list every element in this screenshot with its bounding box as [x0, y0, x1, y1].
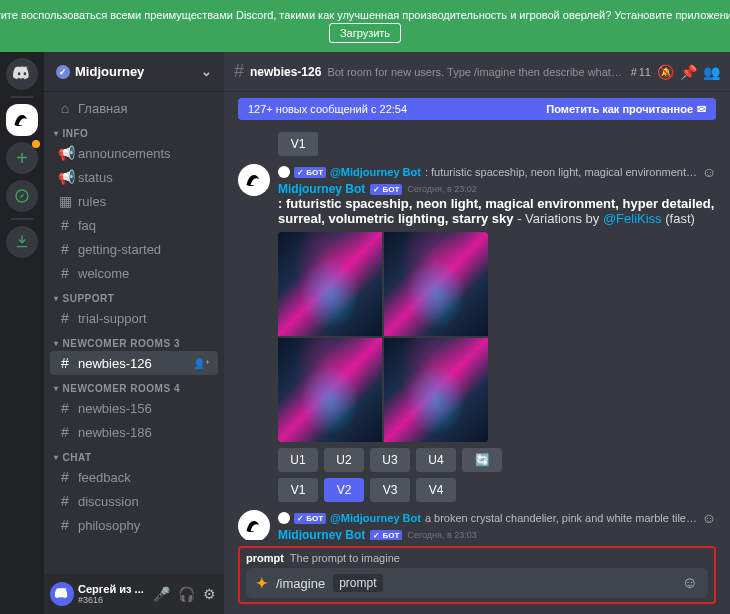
bot-badge: ✓ БОТ — [294, 167, 326, 178]
generated-image-2[interactable] — [384, 232, 488, 336]
channel-topic: Bot room for new users. Type /imagine th… — [327, 66, 624, 78]
generated-image-3[interactable] — [278, 338, 382, 442]
prompt-argument[interactable]: prompt — [333, 574, 382, 592]
channel-welcome[interactable]: #welcome — [50, 261, 218, 285]
channel-faq[interactable]: #faq — [50, 213, 218, 237]
settings-icon[interactable]: ⚙ — [201, 584, 218, 604]
chevron-down-icon: ▾ — [54, 384, 59, 393]
channel-newbies-126[interactable]: #newbies-126👤⁺ — [50, 351, 218, 375]
bot-avatar[interactable] — [238, 510, 270, 540]
image-grid[interactable] — [278, 232, 488, 442]
generated-image-1[interactable] — [278, 232, 382, 336]
category-newcomer-3[interactable]: ▾NEWCOMER ROOMS 3 — [54, 338, 218, 349]
username: Сергей из ... — [78, 583, 147, 595]
category-newcomer-4[interactable]: ▾NEWCOMER ROOMS 4 — [54, 383, 218, 394]
prompt-hint: prompt The prompt to imagine — [246, 552, 708, 564]
input-area: prompt The prompt to imagine ✦ /imagine … — [224, 540, 730, 614]
channel-feedback[interactable]: #feedback — [50, 465, 218, 489]
add-server-icon[interactable]: + — [6, 142, 38, 174]
reply-reference[interactable]: ✓ БОТ @Midjourney Bot : futuristic space… — [278, 164, 716, 180]
explore-icon[interactable] — [6, 180, 38, 212]
timestamp: Сегодня, в 23:03 — [407, 530, 476, 540]
megaphone-icon: 📢 — [58, 145, 72, 161]
add-reaction-icon[interactable]: ☺ — [702, 510, 716, 526]
category-support[interactable]: ▾SUPPORT — [54, 293, 218, 304]
u4-button[interactable]: U4 — [416, 448, 456, 472]
home-icon: ⌂ — [58, 100, 72, 116]
pinned-icon[interactable]: 📌 — [680, 64, 697, 80]
generated-image-4[interactable] — [384, 338, 488, 442]
reply-reference[interactable]: ✓ БОТ @Midjourney Bot a broken crystal c… — [278, 510, 716, 526]
server-header[interactable]: ✓ Midjourney ⌄ — [44, 52, 224, 92]
emoji-picker-icon[interactable]: ☺ — [682, 574, 698, 592]
command-text: /imagine — [276, 576, 325, 591]
chevron-down-icon: ▾ — [54, 294, 59, 303]
server-name: Midjourney — [75, 64, 144, 79]
channel-newbies-186[interactable]: #newbies-186 — [50, 420, 218, 444]
channel-sidebar: ✓ Midjourney ⌄ ⌂Главная ▾INFO 📢announcem… — [44, 52, 224, 614]
add-reaction-icon[interactable]: ☺ — [702, 164, 716, 180]
channel-announcements[interactable]: 📢announcements — [50, 141, 218, 165]
channel-philosophy[interactable]: #philosophy — [50, 513, 218, 537]
user-mention[interactable]: @FeliKiss — [603, 211, 662, 226]
timestamp: Сегодня, в 23:02 — [407, 184, 476, 194]
channel-name: newbies-126 — [250, 65, 321, 79]
highlighted-input: prompt The prompt to imagine ✦ /imagine … — [238, 546, 716, 604]
channel-newbies-156[interactable]: #newbies-156 — [50, 396, 218, 420]
create-invite-icon[interactable]: 👤⁺ — [193, 358, 210, 369]
channel-status[interactable]: 📢status — [50, 165, 218, 189]
megaphone-icon: 📢 — [58, 169, 72, 185]
threads-icon[interactable]: #11 — [631, 66, 651, 78]
message-2: ✓ БОТ @Midjourney Bot a broken crystal c… — [238, 510, 716, 540]
reroll-button[interactable]: 🔄 — [462, 448, 502, 472]
hash-icon: # — [58, 400, 72, 416]
banner-text: Хотите воспользоваться всеми преимуществ… — [0, 9, 730, 21]
u1-button[interactable]: U1 — [278, 448, 318, 472]
verified-icon: ✓ — [56, 65, 70, 79]
download-button[interactable]: Загрузить — [329, 23, 401, 43]
new-messages-bar[interactable]: 127+ новых сообщений с 22:54 Пометить ка… — [238, 98, 716, 120]
download-apps-icon[interactable] — [6, 226, 38, 258]
chevron-down-icon: ▾ — [54, 129, 59, 138]
hash-icon: # — [58, 241, 72, 257]
avatar[interactable] — [50, 582, 74, 606]
channel-rules[interactable]: ▦rules — [50, 189, 218, 213]
v2-button[interactable]: V2 — [324, 478, 364, 502]
slash-icon: ✦ — [256, 575, 268, 591]
bot-avatar[interactable] — [238, 164, 270, 196]
mute-icon[interactable]: 🎤 — [151, 584, 172, 604]
reply-avatar — [278, 512, 290, 524]
members-icon[interactable]: 👥 — [703, 64, 720, 80]
message-input[interactable]: ✦ /imagine prompt ☺ — [246, 568, 708, 598]
mark-read-button[interactable]: Пометить как прочитанное ✉ — [546, 103, 706, 116]
deafen-icon[interactable]: 🎧 — [176, 584, 197, 604]
v4-button[interactable]: V4 — [416, 478, 456, 502]
reply-author: @Midjourney Bot — [330, 166, 421, 178]
hash-icon: # — [58, 217, 72, 233]
v3-button[interactable]: V3 — [370, 478, 410, 502]
channel-discussion[interactable]: #discussion — [50, 489, 218, 513]
server-rail: + — [0, 52, 44, 614]
u3-button[interactable]: U3 — [370, 448, 410, 472]
hash-icon: # — [58, 265, 72, 281]
channel-header: # newbies-126 Bot room for new users. Ty… — [224, 52, 730, 92]
v1-button[interactable]: V1 — [278, 478, 318, 502]
u2-button[interactable]: U2 — [324, 448, 364, 472]
channel-getting-started[interactable]: #getting-started — [50, 237, 218, 261]
channel-home[interactable]: ⌂Главная — [50, 96, 218, 120]
author-name[interactable]: Midjourney Bot — [278, 528, 365, 540]
discord-home-icon[interactable] — [6, 58, 38, 90]
user-panel: Сергей из ... #3616 🎤 🎧 ⚙ — [44, 574, 224, 614]
hash-icon: # — [58, 310, 72, 326]
category-info[interactable]: ▾INFO — [54, 128, 218, 139]
channel-trial-support[interactable]: #trial-support — [50, 306, 218, 330]
bot-badge: ✓ БОТ — [370, 184, 402, 195]
category-chat[interactable]: ▾CHAT — [54, 452, 218, 463]
rules-icon: ▦ — [58, 193, 72, 209]
midjourney-server-icon[interactable] — [6, 104, 38, 136]
v1-button[interactable]: V1 — [278, 132, 318, 156]
bot-badge: ✓ БОТ — [294, 513, 326, 524]
notifications-icon[interactable]: 🔕 — [657, 64, 674, 80]
author-name[interactable]: Midjourney Bot — [278, 182, 365, 196]
reply-avatar — [278, 166, 290, 178]
